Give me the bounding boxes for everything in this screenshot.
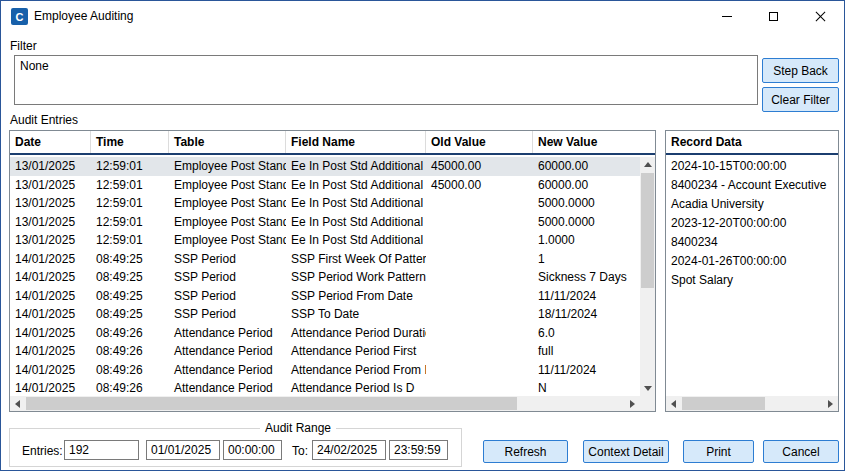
table-cell: 60000.00 xyxy=(533,157,640,176)
table-cell: SSP To Date xyxy=(286,305,426,324)
table-cell: 14/01/2025 xyxy=(10,287,91,306)
table-cell: Ee In Post Std Additional xyxy=(286,231,426,250)
window-controls xyxy=(703,1,844,31)
table-cell: Ee In Post Std Additional xyxy=(286,213,426,232)
table-row[interactable]: 13/01/202512:59:01Employee Post Standard… xyxy=(10,157,640,176)
refresh-button[interactable]: Refresh xyxy=(483,440,568,463)
context-detail-button[interactable]: Context Detail xyxy=(583,440,669,463)
table-cell: 11/11/2024 xyxy=(533,361,640,380)
to-date-input[interactable] xyxy=(312,440,386,460)
table-cell xyxy=(426,379,533,396)
record-data-item[interactable]: Spot Salary xyxy=(666,271,838,290)
table-cell xyxy=(426,342,533,361)
table-cell: 08:49:26 xyxy=(91,379,169,396)
column-header-new-value[interactable]: New Value xyxy=(533,131,655,153)
table-cell: Employee Post Standard xyxy=(169,231,286,250)
table-cell: 14/01/2025 xyxy=(10,379,91,396)
table-cell xyxy=(426,268,533,287)
table-row[interactable]: 14/01/202508:49:26Attendance PeriodAtten… xyxy=(10,379,640,396)
record-scroll-right-button[interactable] xyxy=(823,396,838,411)
horizontal-scrollbar-thumb[interactable] xyxy=(26,397,517,410)
record-data-title: Record Data xyxy=(666,131,838,155)
audit-table-header: DateTimeTableField NameOld ValueNew Valu… xyxy=(10,131,655,155)
audit-range-label: Audit Range xyxy=(260,421,336,435)
table-row[interactable]: 14/01/202508:49:25SSP PeriodSSP Period W… xyxy=(10,268,640,287)
column-header-field-name[interactable]: Field Name xyxy=(286,131,426,153)
table-cell: Employee Post Standard xyxy=(169,194,286,213)
cancel-button[interactable]: Cancel xyxy=(763,440,839,463)
table-cell: SSP Period xyxy=(169,287,286,306)
entries-input[interactable] xyxy=(64,440,139,460)
maximize-button[interactable] xyxy=(750,1,797,31)
table-cell: 11/11/2024 xyxy=(533,287,640,306)
step-back-button[interactable]: Step Back xyxy=(762,58,839,83)
scroll-down-icon xyxy=(644,386,652,391)
print-button[interactable]: Print xyxy=(683,440,754,463)
table-cell xyxy=(426,194,533,213)
vertical-scrollbar[interactable] xyxy=(640,157,655,396)
record-data-item[interactable]: 2024-10-15T00:00:00 xyxy=(666,157,838,176)
column-header-old-value[interactable]: Old Value xyxy=(426,131,533,153)
table-cell: Attendance Period xyxy=(169,379,286,396)
record-data-item[interactable]: 8400234 - Account Executive xyxy=(666,176,838,195)
from-date-input[interactable] xyxy=(146,440,220,460)
record-scroll-left-button[interactable] xyxy=(666,396,681,411)
column-header-time[interactable]: Time xyxy=(91,131,169,153)
table-cell xyxy=(426,324,533,343)
table-row[interactable]: 13/01/202512:59:01Employee Post Standard… xyxy=(10,231,640,250)
table-cell: 13/01/2025 xyxy=(10,194,91,213)
table-cell: 5000.0000 xyxy=(533,194,640,213)
table-row[interactable]: 13/01/202512:59:01Employee Post Standard… xyxy=(10,194,640,213)
from-time-input[interactable] xyxy=(223,440,282,460)
record-data-item[interactable]: Acadia University xyxy=(666,195,838,214)
table-cell: SSP Period xyxy=(169,250,286,269)
record-data-item[interactable]: 2023-12-20T00:00:00 xyxy=(666,214,838,233)
table-cell: 12:59:01 xyxy=(91,176,169,195)
scroll-down-button[interactable] xyxy=(640,381,655,396)
filter-value: None xyxy=(20,59,49,73)
scroll-left-button[interactable] xyxy=(10,396,25,411)
minimize-button[interactable] xyxy=(703,1,750,31)
record-horizontal-scrollbar[interactable] xyxy=(666,396,838,411)
audit-entries-label: Audit Entries xyxy=(10,113,78,127)
table-cell: Employee Post Standard xyxy=(169,213,286,232)
table-row[interactable]: 14/01/202508:49:25SSP PeriodSSP To Date1… xyxy=(10,305,640,324)
employee-auditing-window: C Employee Auditing Filter None Step Bac… xyxy=(0,0,845,471)
scroll-right-button[interactable] xyxy=(625,396,640,411)
table-cell xyxy=(426,287,533,306)
table-cell: SSP First Week Of Pattern xyxy=(286,250,426,269)
table-row[interactable]: 14/01/202508:49:25SSP PeriodSSP Period F… xyxy=(10,287,640,306)
filter-value-box[interactable]: None xyxy=(14,55,758,105)
column-header-date[interactable]: Date xyxy=(10,131,91,153)
audit-entries-table: DateTimeTableField NameOld ValueNew Valu… xyxy=(9,130,656,412)
maximize-icon xyxy=(769,12,778,21)
table-row[interactable]: 14/01/202508:49:26Attendance PeriodAtten… xyxy=(10,361,640,380)
entries-label: Entries: xyxy=(22,444,63,458)
table-row[interactable]: 14/01/202508:49:26Attendance PeriodAtten… xyxy=(10,324,640,343)
table-cell: Ee In Post Std Additional xyxy=(286,157,426,176)
table-cell: 14/01/2025 xyxy=(10,324,91,343)
table-row[interactable]: 14/01/202508:49:25SSP PeriodSSP First We… xyxy=(10,250,640,269)
horizontal-scrollbar[interactable] xyxy=(10,396,640,411)
record-data-item[interactable]: 8400234 xyxy=(666,233,838,252)
vertical-scrollbar-thumb[interactable] xyxy=(641,173,654,288)
minimize-icon xyxy=(722,16,732,17)
title-bar[interactable]: C Employee Auditing xyxy=(1,1,844,31)
scroll-up-button[interactable] xyxy=(640,157,655,172)
table-row[interactable]: 13/01/202512:59:01Employee Post Standard… xyxy=(10,176,640,195)
table-cell: 14/01/2025 xyxy=(10,361,91,380)
table-row[interactable]: 13/01/202512:59:01Employee Post Standard… xyxy=(10,213,640,232)
close-button[interactable] xyxy=(797,1,844,31)
table-cell: Attendance Period xyxy=(169,361,286,380)
table-row[interactable]: 14/01/202508:49:26Attendance PeriodAtten… xyxy=(10,342,640,361)
filter-label: Filter xyxy=(10,39,37,53)
clear-filter-button[interactable]: Clear Filter xyxy=(762,87,839,112)
to-time-input[interactable] xyxy=(389,440,448,460)
record-data-item[interactable]: 2024-01-26T00:00:00 xyxy=(666,252,838,271)
audit-table-body: 13/01/202512:59:01Employee Post Standard… xyxy=(10,157,640,396)
table-cell xyxy=(426,213,533,232)
table-cell: 18/11/2024 xyxy=(533,305,640,324)
column-header-table[interactable]: Table xyxy=(169,131,286,153)
table-cell: Attendance Period First xyxy=(286,342,426,361)
record-horizontal-scrollbar-thumb[interactable] xyxy=(682,397,765,410)
